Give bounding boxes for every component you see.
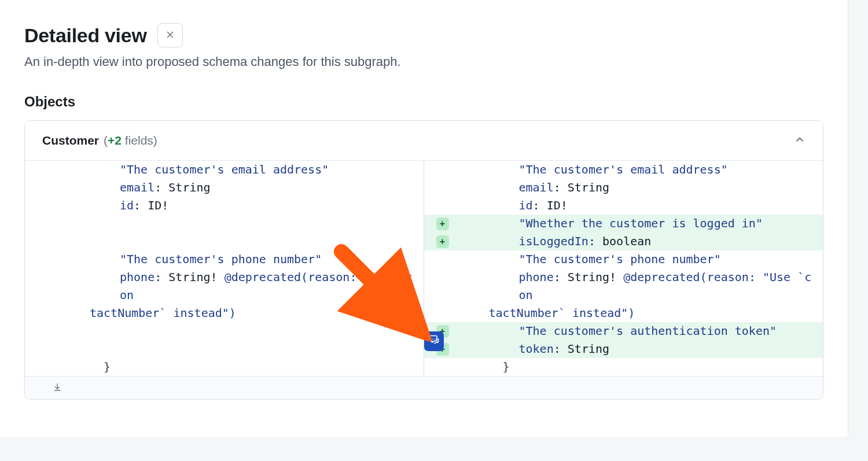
plus-icon: + [436,217,449,230]
diff-line[interactable]: +token: String [424,340,823,358]
expand-down-button[interactable] [25,376,823,399]
diff-line[interactable]: phone: String! @deprecated(reason: "Use … [424,268,823,304]
object-name: Customer [42,134,99,147]
diff-line[interactable]: email: String [424,179,823,197]
diff-line[interactable]: "The customer's phone number" [424,250,823,268]
close-button[interactable] [157,23,183,47]
detailed-view-panel: Detailed view An in-depth view into prop… [0,0,848,437]
diff-line[interactable] [25,233,424,250]
diff-line[interactable]: +isLoggedIn: boolean [424,233,823,250]
page-title: Detailed view [24,24,147,47]
diff-column-left: "The customer's email address"email: Str… [25,161,424,376]
object-card-header[interactable]: Customer (+2 fields) [25,121,823,161]
diff-line[interactable]: "The customer's email address" [424,161,823,179]
object-card: Customer (+2 fields) "The customer's ema… [24,120,823,400]
diff-line[interactable] [25,215,424,233]
page-subtitle: An in-depth view into proposed schema ch… [24,54,823,69]
diff-line[interactable] [25,340,424,358]
diff-line[interactable] [25,322,424,340]
object-card-title: Customer (+2 fields) [42,134,157,147]
close-icon [165,29,175,42]
add-comment-button[interactable] [424,331,444,351]
chevron-up-icon [794,134,806,147]
plus-icon: + [436,235,449,248]
section-heading: Objects [24,94,823,110]
diff-line[interactable]: tactNumber` instead") [424,304,823,322]
diff-line[interactable]: phone: String! @deprecated(reason: "Use … [25,268,424,304]
diff-line[interactable]: id: ID! [25,197,424,215]
diff-line[interactable]: "The customer's phone number" [25,250,424,268]
diff-line[interactable]: email: String [25,179,424,197]
diff-line[interactable]: +"Whether the customer is logged in" [424,215,823,233]
diff-line[interactable]: id: ID! [424,197,823,215]
diff-line[interactable]: } [424,358,823,376]
diff-line[interactable]: tactNumber` instead") [25,304,424,322]
diff-line[interactable]: "The customer's email address" [25,161,424,179]
expand-down-icon [53,382,62,394]
diff-column-right: "The customer's email address"email: Str… [424,161,823,376]
field-count: (+2 fields) [104,134,157,147]
comment-icon [428,334,440,348]
header-row: Detailed view [24,23,823,47]
diff-line[interactable]: +"The customer's authentication token" [424,322,823,340]
diff-line[interactable]: } [25,358,424,376]
